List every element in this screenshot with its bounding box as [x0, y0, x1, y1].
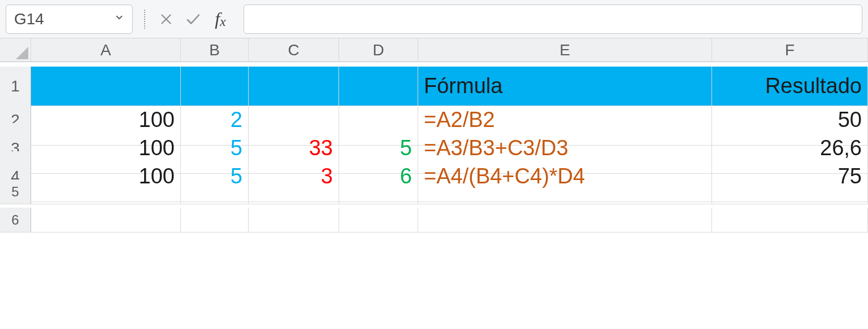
spreadsheet-grid[interactable]: A B C D E F 1 Fórmula Resultado 2 100 2 …	[0, 38, 868, 236]
cell-B5[interactable]	[181, 179, 249, 204]
row-header-5[interactable]: 5	[0, 179, 31, 204]
col-header-A[interactable]: A	[31, 38, 181, 62]
fx-icon[interactable]: fx	[207, 6, 233, 32]
cell-A5[interactable]	[31, 179, 181, 204]
name-box-value[interactable]: G14	[14, 10, 111, 28]
col-header-C[interactable]: C	[249, 38, 339, 62]
row-header-6[interactable]: 6	[0, 208, 31, 233]
cell-B6[interactable]	[181, 208, 249, 233]
formula-input[interactable]	[244, 5, 862, 34]
cell-F6[interactable]	[712, 208, 868, 233]
name-box[interactable]: G14	[6, 5, 133, 34]
col-header-B[interactable]: B	[181, 38, 249, 62]
cell-F5[interactable]	[712, 179, 868, 204]
col-header-F[interactable]: F	[712, 38, 868, 62]
cell-E6[interactable]	[418, 208, 712, 233]
cell-A6[interactable]	[31, 208, 181, 233]
formula-controls: fx	[137, 5, 237, 34]
cell-E5[interactable]	[418, 179, 712, 204]
enter-icon[interactable]	[180, 6, 206, 32]
formula-bar: G14 fx	[0, 0, 868, 38]
cancel-icon[interactable]	[153, 6, 179, 32]
cell-C5[interactable]	[249, 179, 339, 204]
cell-C6[interactable]	[249, 208, 339, 233]
chevron-down-icon[interactable]	[111, 12, 124, 25]
separator	[144, 10, 145, 29]
cell-D5[interactable]	[339, 179, 418, 204]
select-all-corner[interactable]	[0, 38, 31, 62]
cell-D6[interactable]	[339, 208, 418, 233]
col-header-E[interactable]: E	[418, 38, 712, 62]
col-header-D[interactable]: D	[339, 38, 418, 62]
